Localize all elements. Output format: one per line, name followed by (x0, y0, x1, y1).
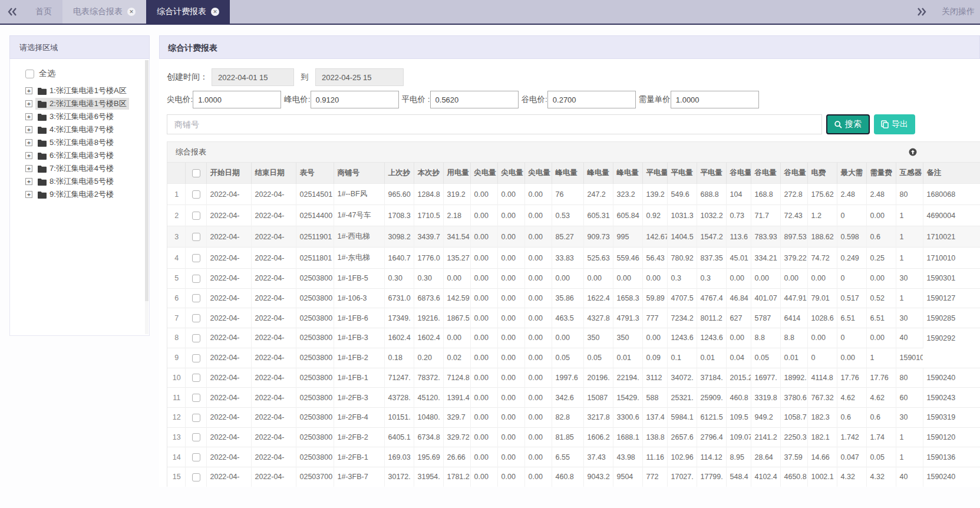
tree-item[interactable]: +7:张江集电港4号楼 (25, 163, 143, 174)
table-row[interactable]: 92022-04-2022-04-025038001#-1FB-20.180.2… (167, 348, 980, 368)
peak-price-input[interactable] (311, 91, 399, 108)
tab-3[interactable]: 综合计费报表✕ (146, 0, 230, 24)
expand-icon[interactable]: + (25, 139, 32, 146)
close-operations-menu[interactable]: 关闭操作 (942, 6, 980, 17)
cell: 02503800 (296, 407, 334, 427)
row-checkbox[interactable] (192, 354, 200, 362)
export-button[interactable]: 导出 (874, 114, 915, 134)
cell: 17027. (667, 467, 697, 487)
expand-icon[interactable]: + (25, 126, 32, 133)
sidebar-scrollbar[interactable] (145, 60, 149, 334)
tab-1[interactable]: 首页 (25, 0, 62, 24)
sharp-price-input[interactable] (193, 91, 281, 108)
table-row[interactable]: 22022-04-2022-04-025144001#-47号车1708.317… (167, 205, 980, 226)
row-checkbox[interactable] (192, 414, 200, 422)
page-title: 综合计费报表 (159, 35, 980, 59)
tree-item[interactable]: +5:张江集电港8号楼 (25, 137, 143, 149)
column-header: 尖电量 (524, 163, 552, 184)
row-checkbox[interactable] (192, 275, 200, 283)
cell: 4114.8 (807, 368, 837, 388)
cell: 2022-04- (206, 205, 251, 226)
table-row[interactable]: 152022-04-2022-04-025037001#-3FB-730172.… (167, 467, 980, 487)
table-row[interactable]: 82022-04-2022-04-025038001#-1FB-31602.41… (167, 328, 980, 348)
row-checkbox[interactable] (192, 233, 200, 241)
table-row[interactable]: 112022-04-2022-04-025038001#-2FB-343728.… (167, 388, 980, 408)
row-checkbox[interactable] (192, 394, 200, 402)
column-header: 本次抄 (414, 163, 443, 184)
cell: 3319.8 (751, 388, 780, 408)
table-row[interactable]: 72022-04-2022-04-025038001#-1FB-617349.1… (167, 308, 980, 328)
table-row[interactable]: 122022-04-2022-04-025038001#-2FB-410151.… (167, 407, 980, 427)
table-row[interactable]: 132022-04-2022-04-025038001#-2FB-26405.1… (167, 427, 980, 447)
row-checkbox[interactable] (192, 433, 200, 441)
table-row[interactable]: 42022-04-2022-04-025118011#-东电梯1640.7177… (167, 248, 980, 269)
expand-icon[interactable]: + (25, 100, 32, 107)
cell: 0.249 (837, 248, 866, 269)
cell: 0.00 (497, 328, 524, 348)
row-checkbox[interactable] (192, 314, 200, 322)
demand-price-input[interactable] (671, 91, 759, 108)
tab-scroll-left-icon[interactable] (0, 0, 25, 24)
tree-item[interactable]: +4:张江集电港7号楼 (25, 124, 143, 136)
tree-item[interactable]: +2:张江集电港1号楼B区 (25, 98, 143, 110)
cell: 0.00 (470, 447, 497, 467)
tree-item[interactable]: +3:张江集电港6号楼 (25, 111, 143, 123)
expand-icon[interactable]: + (25, 178, 32, 185)
expand-icon[interactable]: + (25, 87, 32, 94)
cell: 2022-04- (251, 184, 296, 205)
cell: 0.00 (524, 427, 552, 447)
row-checkbox[interactable] (192, 473, 200, 481)
expand-icon[interactable]: + (25, 165, 32, 172)
tab-close-icon[interactable]: ✕ (127, 8, 136, 16)
cell: 1031.3 (667, 205, 697, 226)
row-checkbox[interactable] (192, 294, 200, 302)
cell: 20196. (583, 368, 613, 388)
column-header: 谷电量 (780, 163, 807, 184)
tab-scroll-right-icon[interactable] (917, 8, 926, 16)
table-row[interactable]: 32022-04-2022-04-025119011#-西电梯3098.2343… (167, 226, 980, 248)
cell: 0.52 (866, 288, 896, 308)
search-button[interactable]: 搜索 (826, 114, 870, 134)
tab-2[interactable]: 电表综合报表✕ (62, 0, 146, 24)
back-to-top-icon[interactable] (909, 148, 917, 156)
cell: 0.00 (866, 205, 896, 226)
row-checkbox[interactable] (192, 212, 200, 220)
tree-item-label: 1:张江集电港1号楼A区 (50, 85, 127, 96)
tree-item[interactable]: +1:张江集电港1号楼A区 (25, 85, 143, 97)
row-checkbox[interactable] (192, 334, 200, 342)
valley-price-input[interactable] (547, 91, 636, 108)
select-all-checkbox[interactable] (25, 70, 34, 78)
expand-icon[interactable]: + (25, 113, 32, 120)
tree-item[interactable]: +8:张江集电港5号楼 (25, 176, 143, 187)
expand-icon[interactable]: + (25, 152, 32, 159)
cell: 5984.1 (667, 407, 697, 427)
cell: 0.00 (866, 269, 896, 289)
flat-price-input[interactable] (430, 91, 519, 108)
row-checkbox[interactable] (192, 453, 200, 461)
cell: 1 (896, 427, 923, 447)
cell: 6.51 (837, 308, 866, 328)
cell: 1776.0 (414, 248, 443, 269)
valley-price-label: 谷电价: (522, 94, 547, 105)
table-row[interactable]: 52022-04-2022-04-025038001#-1FB-50.300.3… (167, 269, 980, 289)
row-checkbox[interactable] (192, 190, 200, 199)
tree-item[interactable]: +6:张江集电港3号楼 (25, 150, 143, 161)
end-date-input[interactable] (315, 68, 404, 86)
cell: 4767.4 (697, 288, 726, 308)
table-row[interactable]: 12022-04-2022-04-025145011#--BF风965.6012… (167, 184, 980, 205)
start-date-input[interactable] (212, 68, 294, 86)
table-row[interactable]: 142022-04-2022-04-025038001#-2FB-1169.03… (167, 447, 980, 467)
expand-icon[interactable]: + (25, 191, 32, 198)
row-checkbox[interactable] (192, 374, 200, 382)
shop-number-input[interactable] (167, 114, 822, 134)
select-all-row[interactable]: 全选 (25, 68, 143, 79)
table-row[interactable]: 62022-04-2022-04-025038001#-106-36731.06… (167, 288, 980, 308)
table-row[interactable]: 102022-04-2022-04-025038001#-1FB-171247.… (167, 368, 980, 388)
cell: 350 (613, 328, 642, 348)
cell: 0.00 (524, 288, 552, 308)
cell: 0.00 (470, 328, 497, 348)
tab-close-icon[interactable]: ✕ (211, 8, 219, 16)
tree-item[interactable]: +9:张江集电港2号楼 (25, 189, 143, 200)
row-checkbox[interactable] (192, 254, 200, 262)
header-checkbox[interactable] (192, 169, 200, 177)
